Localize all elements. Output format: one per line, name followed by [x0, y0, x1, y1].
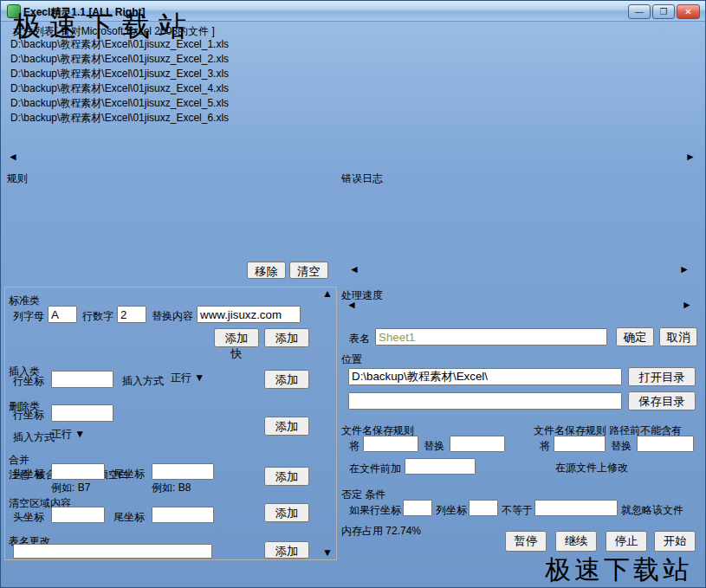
highlight-box: [5, 288, 321, 360]
sheet-name-input[interactable]: [375, 328, 607, 346]
file-list-item[interactable]: D:\backup\教程素材\Excel\01jisuxz_Excel_4.xl…: [10, 81, 696, 96]
scroll-left-icon[interactable]: ◄: [8, 151, 21, 162]
file-list-item[interactable]: D:\backup\教程素材\Excel\01jisuxz_Excel_3.xl…: [10, 67, 696, 81]
file-list[interactable]: D:\backup\教程素材\Excel\01jisuxz_Excel_1.xl…: [7, 36, 700, 165]
sheet-cancel-button[interactable]: 取消: [659, 327, 697, 346]
filename2-from-label: 将: [540, 439, 550, 454]
insert-add-button[interactable]: 添加: [264, 370, 309, 389]
delete-row-input[interactable]: [51, 404, 113, 422]
modify-source-label: 在源文件上修改: [555, 461, 628, 475]
speed-slider-thumb[interactable]: [399, 299, 429, 310]
sheet-name-label: 表名: [349, 332, 370, 346]
scroll-down-icon[interactable]: ▼: [322, 546, 334, 559]
insert-row-input[interactable]: [51, 371, 113, 388]
delete-mode-select[interactable]: 正行 ▼: [51, 427, 205, 444]
scroll-left-icon[interactable]: ◄: [349, 263, 362, 275]
filename-replace-input[interactable]: [450, 436, 505, 452]
merge-head-label: 头坐标: [13, 467, 44, 481]
filename-replace-label: 替换: [424, 439, 444, 454]
merge-tail-input[interactable]: [152, 463, 214, 480]
file-list-item[interactable]: D:\backup\教程素材\Excel\01jisuxz_Excel_2.xl…: [10, 52, 696, 67]
filename-from-label: 将: [349, 439, 359, 454]
app-window: Execl精灵1.1 [ALL Right] — ❐ ✕ 文件列表[ 针对Mic…: [0, 0, 706, 588]
open-directory-button[interactable]: 打开目录: [628, 367, 696, 386]
insert-mode-label: 插入方式: [122, 374, 164, 389]
scroll-right-icon[interactable]: ►: [685, 151, 698, 162]
merge-head-input[interactable]: [51, 463, 105, 480]
sheet-ok-button[interactable]: 确定: [616, 327, 654, 346]
clear-region-add-button[interactable]: 添加: [264, 503, 309, 522]
insert-mode-select[interactable]: 正行 ▼: [171, 371, 233, 388]
speed-slider[interactable]: ◄ ►: [347, 299, 695, 312]
filename-prefix-input[interactable]: [405, 458, 476, 475]
file-list-hscrollbar[interactable]: ◄ ►: [8, 151, 698, 164]
clear-tail-label: 尾坐标: [113, 510, 145, 525]
negate-value-input[interactable]: [534, 500, 618, 516]
dropdown-arrow-icon[interactable]: ▼: [74, 428, 85, 440]
stop-button[interactable]: 停止: [606, 531, 647, 552]
merge-tail-example: 例如: B8: [152, 481, 191, 495]
watermark-bottom: 极速下载站: [545, 552, 692, 588]
location-path-input[interactable]: [348, 368, 622, 385]
delete-row-label: 行坐标: [13, 408, 44, 423]
negate-row-label: 如果行坐标: [349, 503, 401, 518]
watermark-top: 极速下载站: [13, 8, 195, 46]
filename2-from-input[interactable]: [554, 436, 606, 452]
rules-list[interactable]: [13, 181, 330, 257]
filename2-replace-label: 替换: [611, 439, 632, 454]
scroll-right-icon[interactable]: ►: [682, 299, 695, 310]
negate-col-input[interactable]: [469, 500, 498, 516]
merge-head-example: 例如: B7: [51, 481, 90, 495]
file-list-item[interactable]: D:\backup\教程素材\Excel\01jisuxz_Excel_5.xl…: [10, 96, 696, 111]
filename2-replace-input[interactable]: [637, 436, 694, 452]
insert-row-label: 行坐标: [13, 374, 44, 389]
insert-mode-value: 正行: [171, 372, 191, 384]
start-button[interactable]: 开始: [654, 531, 696, 552]
filename-prefix-label: 在文件前加: [349, 462, 401, 476]
resume-button[interactable]: 继续: [555, 531, 597, 552]
minimize-button[interactable]: —: [628, 4, 651, 19]
delete-add-button[interactable]: 添加: [264, 417, 309, 436]
negate-row-input[interactable]: [403, 500, 432, 516]
clear-head-input[interactable]: [51, 507, 105, 523]
clear-tail-input[interactable]: [152, 507, 214, 523]
filename-from-input[interactable]: [363, 436, 418, 452]
save-path-input[interactable]: [348, 392, 622, 410]
scrollbar-thumb[interactable]: [322, 302, 334, 356]
save-directory-button[interactable]: 保存目录: [628, 391, 696, 410]
negate-neq-label: 不等于: [502, 503, 533, 518]
file-list-item[interactable]: D:\backup\教程素材\Excel\01jisuxz_Excel_6.xl…: [10, 111, 696, 126]
delete-mode-value: 正行: [51, 428, 72, 440]
clear-head-label: 头坐标: [13, 510, 44, 525]
negate-group-label: 否定 条件: [341, 488, 700, 502]
delete-mode-label: 插入方式: [13, 430, 55, 445]
scroll-up-icon[interactable]: ▲: [322, 288, 334, 300]
scroll-right-icon[interactable]: ►: [679, 263, 692, 275]
scrollbar-thumb[interactable]: [364, 263, 407, 275]
negate-col-label: 列坐标: [436, 503, 467, 518]
maximize-button[interactable]: ❐: [652, 4, 675, 19]
error-log-hscrollbar[interactable]: ◄ ►: [349, 263, 692, 276]
pause-button[interactable]: 暂停: [505, 531, 547, 552]
rules-clear-button[interactable]: 清空: [289, 262, 328, 279]
scroll-left-icon[interactable]: ◄: [347, 299, 359, 310]
close-button[interactable]: ✕: [677, 4, 700, 19]
memory-progress-bar: [347, 534, 488, 552]
panel-vscrollbar[interactable]: ▲ ▼: [322, 288, 335, 559]
sheet-rename-add-button[interactable]: 添加: [264, 541, 309, 559]
negate-suffix-label: 就忽略该文件: [621, 503, 683, 518]
location-group-label: 位置: [341, 352, 700, 367]
merge-tail-label: 尾坐标: [113, 467, 145, 481]
sheet-rename-input[interactable]: [13, 544, 212, 559]
dropdown-arrow-icon[interactable]: ▼: [194, 372, 204, 384]
rules-remove-button[interactable]: 移除: [247, 262, 286, 279]
scrollbar-thumb[interactable]: [77, 151, 287, 162]
merge-add-button[interactable]: 添加: [264, 467, 309, 486]
